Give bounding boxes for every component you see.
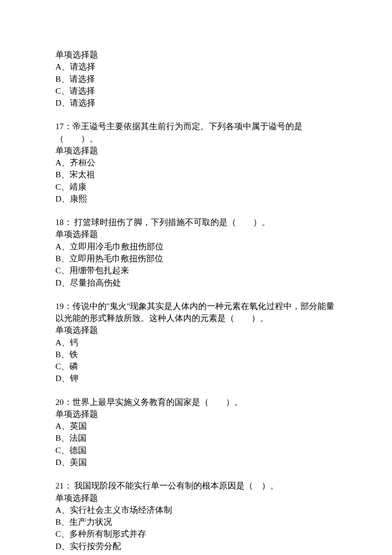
question-type: 单项选择题: [55, 324, 343, 336]
question-block: 单项选择题A、请选择B、请选择C、请选择D、请选择: [55, 49, 343, 109]
question-type: 单项选择题: [55, 492, 343, 504]
question-block: 19：传说中的"鬼火"现象其实是人体内的一种元素在氧化过程中，部分能量以光能的形…: [55, 301, 343, 385]
question-option: C、多种所有制形式并存: [55, 528, 343, 540]
question-block: 18： 打篮球时扭伤了脚，下列措施不可取的是（ ）。单项选择题A、立即用冷毛巾敷…: [55, 217, 343, 289]
question-option: C、请选择: [55, 85, 343, 97]
question-block: 21： 我国现阶段不能实行单一公有制的根本原因是（ ）。单项选择题A、实行社会主…: [55, 480, 343, 552]
question-option: C、德国: [55, 445, 343, 457]
question-option: C、磷: [55, 361, 343, 373]
question-option: B、生产力状况: [55, 516, 343, 528]
question-option: D、康熙: [55, 193, 343, 205]
question-option: C、用绷带包扎起来: [55, 265, 343, 277]
question-option: B、请选择: [55, 73, 343, 85]
question-option: A、齐桓公: [55, 157, 343, 169]
question-stem: 19：传说中的"鬼火"现象其实是人体内的一种元素在氧化过程中，部分能量以光能的形…: [55, 301, 343, 325]
question-option: D、钾: [55, 373, 343, 384]
question-stem: 21： 我国现阶段不能实行单一公有制的根本原因是（ ）。: [55, 480, 343, 492]
question-option: A、立即用冷毛巾敷扭伤部位: [55, 241, 343, 253]
question-block: 20：世界上最早实施义务教育的国家是（ ）。单项选择题A、英国B、法国C、德国D…: [55, 396, 343, 469]
question-type: 单项选择题: [55, 408, 343, 420]
question-option: B、铁: [55, 349, 343, 361]
question-option: B、法国: [55, 432, 343, 444]
question-option: A、英国: [55, 420, 343, 432]
question-type: 单项选择题: [55, 145, 343, 157]
question-option: B、宋太祖: [55, 169, 343, 181]
question-stem: 17：帝王谥号主要依据其生前行为而定。下列各项中属于谥号的是（ ）。: [55, 121, 343, 145]
question-option: A、请选择: [55, 61, 343, 73]
question-type: 单项选择题: [55, 228, 343, 240]
question-option: D、请选择: [55, 97, 343, 109]
question-option: D、实行按劳分配: [55, 541, 343, 552]
question-stem: 20：世界上最早实施义务教育的国家是（ ）。: [55, 396, 343, 408]
question-option: D、美国: [55, 457, 343, 468]
question-option: C、靖康: [55, 181, 343, 193]
question-option: A、钙: [55, 337, 343, 349]
question-stem: 18： 打篮球时扭伤了脚，下列措施不可取的是（ ）。: [55, 217, 343, 228]
question-type: 单项选择题: [55, 49, 343, 61]
question-option: D、尽量抬高伤处: [55, 277, 343, 289]
question-option: A、实行社会主义市场经济体制: [55, 504, 343, 516]
question-option: B、立即用热毛巾敷扭伤部位: [55, 253, 343, 265]
question-block: 17：帝王谥号主要依据其生前行为而定。下列各项中属于谥号的是（ ）。单项选择题A…: [55, 121, 343, 205]
